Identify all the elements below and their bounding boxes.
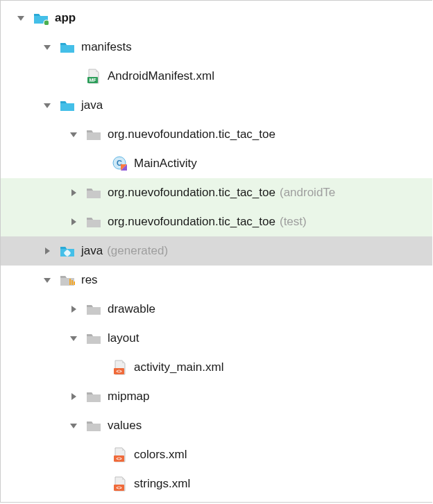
tree-row-main-activity[interactable]: CMainActivity [1,149,432,178]
svg-rect-5 [69,279,71,285]
tree-item-suffix: (test) [280,215,307,229]
chevron-down-icon[interactable] [13,10,28,26]
tree-item-label: app [55,11,76,25]
tree-item-label: strings.xml [134,477,190,491]
module-icon [33,10,49,26]
project-tree[interactable]: appmanifestsMFAndroidManifest.xmljavaorg… [0,0,432,503]
tree-row-layout[interactable]: layout [1,324,432,353]
svg-text:MF: MF [89,78,96,82]
tree-item-label: colors.xml [134,448,187,462]
chevron-down-icon[interactable] [40,272,55,288]
tree-item-suffix: (androidTe [280,186,335,200]
tree-row-colors-xml[interactable]: <>colors.xml [1,440,432,469]
chevron-down-icon[interactable] [66,331,81,346]
svg-rect-7 [74,281,75,285]
tree-row-pkg-test[interactable]: org.nuevofoundation.tic_tac_toe(test) [1,207,432,236]
tree-item-label: res [81,273,98,287]
tree-row-java[interactable]: java [1,91,432,120]
tree-row-res[interactable]: res [1,266,432,295]
tree-item-label: mipmap [108,390,149,403]
tree-item-label: AndroidManifest.xml [108,69,214,83]
tree-row-app[interactable]: app [1,3,432,33]
folder-grey-icon [85,388,102,405]
chevron-down-icon[interactable] [66,418,81,433]
svg-text:<>: <> [116,456,121,461]
tree-row-mipmap[interactable]: mipmap [1,382,432,411]
chevron-down-icon[interactable] [40,98,55,113]
folder-grey-icon [85,301,102,318]
folder-grey-icon [85,417,102,434]
folder-res-icon [59,272,76,288]
tree-item-label: activity_main.xml [134,360,223,374]
tree-row-java-gen[interactable]: java(generated) [1,236,432,266]
tree-row-pkg-atest[interactable]: org.nuevofoundation.tic_tac_toe(androidT… [1,178,432,207]
tree-item-label: manifests [81,40,132,54]
svg-text:<>: <> [116,485,121,490]
tree-row-styles-xml[interactable]: <>styles.xml [1,498,432,504]
chevron-right-icon[interactable] [66,214,81,229]
folder-gen-icon [59,243,76,259]
chevron-right-icon[interactable] [66,185,81,200]
xml-layout-icon: <> [112,446,128,463]
tree-row-activity-main[interactable]: <>activity_main.xml [1,353,432,382]
folder-grey-icon [85,214,102,230]
folder-blue-icon [59,97,76,114]
svg-text:<>: <> [116,369,121,374]
folder-grey-icon [85,184,102,201]
tree-row-strings-xml[interactable]: <>strings.xml [1,469,432,498]
tree-item-label: org.nuevofoundation.tic_tac_toe [108,128,275,141]
chevron-right-icon[interactable] [40,243,55,259]
tree-row-pkg-main[interactable]: org.nuevofoundation.tic_tac_toe [1,120,432,149]
tree-item-label: drawable [108,302,155,316]
chevron-down-icon[interactable] [66,127,81,142]
mf-file-icon: MF [85,68,102,85]
tree-item-label: java [81,244,103,258]
tree-row-drawable[interactable]: drawable [1,295,432,324]
tree-item-label: java [81,98,103,112]
xml-layout-icon: <> [112,476,128,492]
tree-item-label: MainActivity [134,157,197,171]
tree-row-values[interactable]: values [1,411,432,440]
chevron-right-icon[interactable] [66,302,81,317]
chevron-down-icon[interactable] [40,40,55,55]
tree-row-manifests[interactable]: manifests [1,33,432,62]
tree-item-suffix: (generated) [107,244,168,258]
chevron-right-icon[interactable] [66,389,81,404]
xml-layout-icon: <> [112,359,128,376]
svg-rect-6 [71,280,73,285]
folder-blue-icon [59,39,76,55]
tree-item-label: org.nuevofoundation.tic_tac_toe [108,186,275,200]
tree-item-label: org.nuevofoundation.tic_tac_toe [108,215,275,229]
tree-row-manifest-file[interactable]: MFAndroidManifest.xml [1,62,432,91]
folder-grey-icon [85,330,102,347]
class-kt-icon: C [112,155,128,172]
tree-item-label: values [108,419,142,433]
folder-grey-icon [85,126,102,143]
tree-item-label: layout [108,331,139,345]
svg-point-0 [44,20,49,25]
